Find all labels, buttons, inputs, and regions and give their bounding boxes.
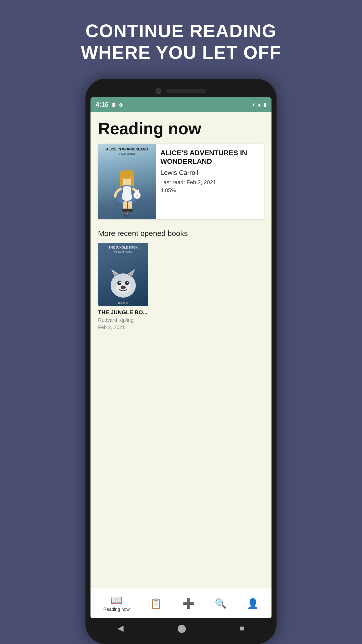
cover-title-text: ALICE IN WONDERLAND xyxy=(106,147,148,151)
nav-item-library[interactable]: 📋 xyxy=(150,598,162,609)
phone-screen: 4:16 📋 ◎ ▾ ▲ ▮ Reading now ALIC xyxy=(90,97,272,618)
phone-back-button[interactable]: ◀ xyxy=(117,623,124,633)
earpiece-speaker xyxy=(166,89,206,93)
recent-book-author: Rudyard Kipling xyxy=(98,317,148,323)
status-right-icons: ▾ ▲ ▮ xyxy=(252,101,266,108)
more-books-title: More recent opened books xyxy=(98,229,264,238)
jungle-book-illustration-svg xyxy=(107,267,140,299)
jungle-cover-title: THE JUNGLE BOOK xyxy=(109,246,138,249)
phone-home-button[interactable]: ⬤ xyxy=(177,623,186,633)
nav-reading-now-icon: 📖 xyxy=(111,595,122,606)
nav-item-add[interactable]: ➕ xyxy=(183,598,194,609)
svg-point-21 xyxy=(127,282,128,283)
nav-profile-icon: 👤 xyxy=(247,598,259,609)
book-info-last-read: Last read: Feb 2, 2021 xyxy=(160,179,259,186)
svg-rect-5 xyxy=(128,201,132,210)
jungle-cover-logo: 📚 BOOKS xyxy=(118,302,128,304)
jungle-cover-author: Rudyard Kipling xyxy=(114,250,132,253)
svg-point-7 xyxy=(127,209,133,212)
status-time: 4:16 xyxy=(96,101,109,108)
recent-book-name: THE JUNGLE BO... xyxy=(98,309,148,316)
alice-illustration-svg xyxy=(108,169,146,212)
cover-logo: 📚BOOKS xyxy=(124,212,130,217)
front-camera xyxy=(156,88,161,94)
reading-now-title: Reading now xyxy=(98,119,264,138)
status-icon-clipboard: 📋 xyxy=(111,102,117,107)
svg-point-9 xyxy=(135,190,137,194)
nav-item-search[interactable]: 🔍 xyxy=(215,598,227,609)
status-signal-icon: ▲ xyxy=(256,101,262,108)
nav-item-reading-now[interactable]: 📖 Reading now xyxy=(103,595,130,612)
recent-books-grid: THE JUNGLE BOOK Rudyard Kipling xyxy=(98,243,264,330)
phone-bottom-bar: ◀ ⬤ ■ xyxy=(90,618,272,639)
book-info-title: ALICE'S ADVENTURES IN WONDERLAND xyxy=(160,149,259,166)
nav-search-icon: 🔍 xyxy=(215,598,227,609)
svg-point-20 xyxy=(119,282,121,283)
status-bar: 4:16 📋 ◎ ▾ ▲ ▮ xyxy=(90,97,272,112)
nav-reading-now-label: Reading now xyxy=(103,607,130,612)
current-book-info: ALICE'S ADVENTURES IN WONDERLAND Lewis C… xyxy=(156,144,264,219)
bottom-navigation: 📖 Reading now 📋 ➕ 🔍 👤 xyxy=(90,588,272,618)
svg-point-22 xyxy=(121,286,126,289)
jungle-book-cover: THE JUNGLE BOOK Rudyard Kipling xyxy=(98,243,148,306)
nav-library-icon: 📋 xyxy=(150,598,162,609)
scroll-area: Reading now ALICE IN WONDERLAND Lewis Ca… xyxy=(90,112,272,588)
book-info-author: Lewis Carroll xyxy=(160,169,259,177)
promo-title: CONTINUE READING WHERE YOU LET OFF xyxy=(81,20,281,64)
nav-add-icon: ➕ xyxy=(183,598,194,609)
status-icon-sync: ◎ xyxy=(119,102,123,107)
svg-rect-4 xyxy=(123,201,127,210)
nav-item-profile[interactable]: 👤 xyxy=(247,598,259,609)
current-book-cover: ALICE IN WONDERLAND Lewis Carroll xyxy=(98,144,156,219)
current-book-card[interactable]: ALICE IN WONDERLAND Lewis Carroll xyxy=(98,144,264,219)
recent-book-date: Feb 2, 2021 xyxy=(98,325,148,330)
svg-point-10 xyxy=(137,189,139,194)
status-battery-icon: ▮ xyxy=(263,101,266,108)
recent-book-item[interactable]: THE JUNGLE BOOK Rudyard Kipling xyxy=(98,243,148,330)
svg-point-11 xyxy=(136,194,138,196)
cover-author-text: Lewis Carroll xyxy=(119,152,135,155)
status-wifi-icon: ▾ xyxy=(252,101,255,108)
phone-top-bar xyxy=(90,84,272,97)
app-content: Reading now ALICE IN WONDERLAND Lewis Ca… xyxy=(90,112,272,618)
status-left: 4:16 📋 ◎ xyxy=(96,101,123,108)
phone-recents-button[interactable]: ■ xyxy=(240,624,245,633)
book-info-progress: 4.05% xyxy=(160,187,259,194)
phone-mockup: 4:16 📋 ◎ ▾ ▲ ▮ Reading now ALIC xyxy=(85,79,277,644)
